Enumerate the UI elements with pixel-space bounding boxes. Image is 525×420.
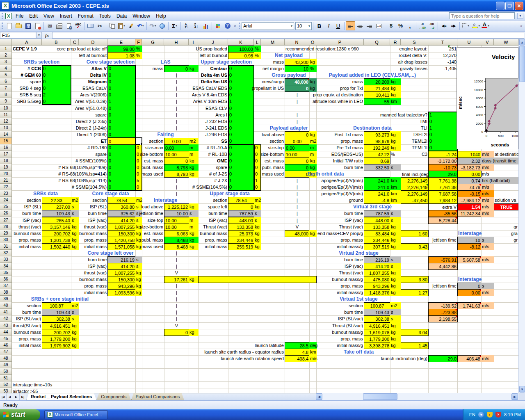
column-header-O[interactable]: O (309, 39, 316, 46)
cell-D29[interactable]: burnout mass (78, 230, 107, 237)
cell-J29[interactable]: burnout mass (199, 230, 228, 237)
cell-T42[interactable]: 2,198.55 (428, 315, 458, 322)
cell-A1[interactable]: CEPE V 1.9 (12, 46, 38, 52)
bold-icon[interactable]: B (315, 21, 324, 30)
cell-R2:S2[interactable]: rocket delta V: (398, 52, 428, 59)
cell-P44[interactable]: burnout mass/g (331, 329, 364, 336)
cell-E33[interactable]: 216.19 (107, 256, 136, 263)
cell-E19[interactable]: 0 (107, 164, 136, 171)
cell-A26[interactable]: burn time (21, 210, 42, 217)
cell-I20[interactable]: kg (189, 171, 199, 178)
cell-S46[interactable]: 1.45 (401, 342, 429, 349)
row-header-41[interactable]: 41 (0, 309, 12, 315)
cell-U23[interactable]: -0.15 (457, 190, 482, 197)
cell-L27[interactable]: s (254, 217, 261, 224)
cell-F2[interactable]: % (135, 52, 142, 59)
cell-J15[interactable]: SS (220, 138, 228, 145)
cell-F18[interactable]: 0 (135, 158, 142, 164)
cell-P27[interactable]: ISP (vac) (344, 217, 364, 224)
scroll-right-icon[interactable]: ▶ (511, 393, 518, 400)
cell-U48[interactable]: 406.48 (457, 355, 482, 362)
drawing-icon[interactable] (213, 21, 223, 30)
cell-I25[interactable]: kg (189, 203, 199, 210)
cell-D6[interactable]: Magnum (87, 78, 107, 85)
row-header-27[interactable]: 27 (0, 217, 12, 224)
cell-C42[interactable]: s (71, 315, 79, 322)
cell-S44[interactable]: 3.04 (401, 329, 429, 336)
row-header-29[interactable]: 29 (0, 230, 12, 237)
column-header-I[interactable]: I (189, 39, 198, 46)
cell-E35[interactable]: 1,807,255 (107, 269, 136, 276)
cell-V37[interactable]: s (481, 283, 494, 290)
cell-V20[interactable]: m/s (481, 171, 490, 178)
cell-L7:M7[interactable]: propellant in US (251, 85, 285, 92)
column-header-J[interactable]: J (198, 39, 228, 46)
menu-help[interactable]: Help (153, 12, 169, 20)
cell-K27[interactable]: 448.00 (228, 217, 254, 224)
cell-S22[interactable]: 2,276,149 (401, 184, 429, 191)
cell-D8[interactable]: Ares V(2006) (79, 91, 107, 98)
cell-H33[interactable]: | (164, 256, 189, 263)
cell-T21[interactable]: 7,761.38 (428, 177, 458, 184)
cell-K2[interactable]: 0.98 (228, 52, 254, 59)
language-indicator[interactable]: EN (469, 412, 475, 417)
cell-E4[interactable]: 0 (107, 65, 136, 72)
cell-U38[interactable]: 0.00 (457, 289, 482, 296)
cell-V23[interactable]: m/s (481, 190, 494, 197)
cell-E30[interactable]: 1,420,758 (107, 237, 136, 244)
cell-E37[interactable]: 943,296 (107, 283, 136, 290)
cell-V33[interactable]: m/s (481, 256, 494, 263)
cell-F24[interactable]: m2 (135, 197, 142, 204)
cell-A46[interactable]: initial mass (18, 342, 42, 349)
cell-S12[interactable]: TMI (419, 118, 428, 125)
cell-F27[interactable]: s (135, 217, 142, 224)
menu-edit[interactable]: Edit (26, 12, 41, 20)
column-header-F[interactable]: F (135, 39, 142, 46)
cell-Q42[interactable]: 302.38 (364, 315, 390, 322)
row-header-15[interactable]: 15 (0, 138, 12, 144)
cell-Q35[interactable]: 1,807,255 (364, 269, 390, 276)
cell-Q8[interactable]: 10,411 (364, 91, 390, 98)
cell-D10[interactable]: Ares V(51.0.48) (74, 105, 107, 112)
cell-I16[interactable]: m (189, 144, 199, 151)
row-header-47[interactable]: 47 (0, 349, 12, 355)
cell-J20[interactable]: # of J-2S (208, 171, 228, 178)
cell-S36[interactable]: 3.80 (401, 276, 429, 283)
borders-icon[interactable]: ▾ (461, 21, 470, 30)
row-header-10[interactable]: 10 (0, 105, 12, 112)
cell-J12[interactable]: J-232 EDS (205, 118, 228, 125)
cell-K9[interactable]: 1 (228, 98, 254, 105)
cell-L17:M17[interactable]: size-bottom (260, 151, 285, 158)
cell-V18:W18[interactable]: days (transit time (481, 158, 518, 164)
cell-R27[interactable]: s (390, 217, 401, 224)
cell-N7[interactable]: 0 (285, 85, 310, 92)
row-header-1[interactable]: 1 (0, 46, 12, 52)
cell-N27[interactable]: | (285, 217, 310, 224)
cell-P32:R32[interactable]: Virtual 2nd stage (316, 250, 401, 257)
cell-D14[interactable]: Direct 1 (2006) (76, 131, 107, 138)
horizontal-scroll-thumb[interactable] (363, 393, 397, 400)
cell-J10[interactable]: ESAS CLV (205, 105, 228, 112)
increase-indent-icon[interactable]: ≡▶ (449, 21, 458, 30)
formatting-toolbar-options-icon[interactable]: » (518, 21, 524, 30)
cell-M18[interactable]: est. mass (264, 158, 285, 164)
align-center-icon[interactable] (355, 21, 365, 30)
cell-T24[interactable]: 7,984.12 (428, 197, 458, 204)
hyperlink-icon[interactable] (158, 21, 167, 30)
cell-H15[interactable]: 0.00 (164, 138, 189, 145)
cell-N46[interactable]: 28.5 (285, 342, 310, 349)
cell-N12[interactable]: | (285, 118, 310, 125)
open-icon[interactable] (14, 21, 23, 30)
cell-H39[interactable]: | (164, 296, 189, 303)
cell-F34[interactable]: s (135, 263, 142, 270)
cell-E8[interactable]: 0 (107, 91, 136, 98)
cell-M3[interactable]: mass (272, 59, 285, 66)
cell-N21[interactable]: | (285, 177, 310, 184)
row-header-48[interactable]: 48 (0, 355, 12, 362)
cell-L28[interactable]: kg (254, 224, 261, 231)
cell-O14[interactable]: kg (309, 131, 317, 138)
cell-R22[interactable]: km (390, 184, 401, 191)
cell-J13[interactable]: J-241 EDS (205, 125, 228, 132)
cell-J27[interactable]: ISP (vac) (208, 217, 228, 224)
cell-F35[interactable]: kg (135, 269, 142, 276)
